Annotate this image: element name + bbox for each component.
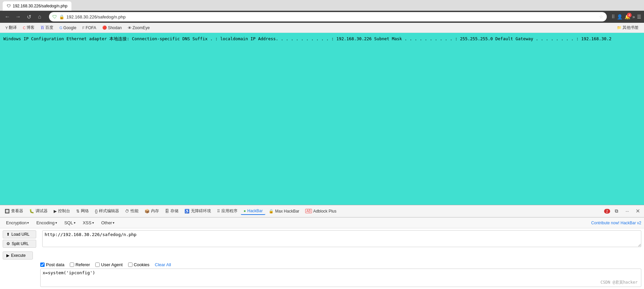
reload-button[interactable]: ↺ <box>24 12 34 21</box>
devtools-btn-console[interactable]: ▶ 控制台 <box>51 207 73 215</box>
hackbar-panel: Encryption ▾ Encoding ▾ SQL ▾ XSS ▾ Othe… <box>0 217 644 287</box>
sql-label: SQL <box>64 220 73 225</box>
more-pages-icon[interactable]: » <box>632 14 635 19</box>
bookmark-shodan[interactable]: 🔴 Shodan <box>100 25 124 31</box>
devtools-btn-style-editor[interactable]: {} 样式编辑器 <box>92 207 122 215</box>
bookmark-others[interactable]: 📁 其他书签 <box>614 24 641 31</box>
split-url-button[interactable]: ⚙ Split URL <box>3 240 36 248</box>
hackbar-menu-xss[interactable]: XSS ▾ <box>79 219 97 226</box>
hackbar-menu-sql[interactable]: SQL ▾ <box>61 219 79 226</box>
page-output-text: Windows IP Configuration Ethernet adapte… <box>3 36 641 42</box>
split-url-label: Split URL <box>12 241 29 246</box>
encryption-label: Encryption <box>6 220 26 225</box>
hackbar-url-input[interactable] <box>42 230 641 247</box>
devtools-btn-memory[interactable]: 📦 内存 <box>142 207 162 215</box>
hackbar-contribute-link[interactable]: Contribute now! HackBar v2 <box>591 221 641 225</box>
hackbar-post-data-text: x=system('ipconfig') <box>43 270 95 275</box>
xss-label: XSS <box>83 220 92 225</box>
other-arrow: ▾ <box>113 221 114 225</box>
accessibility-icon: ♿ <box>184 209 190 214</box>
execute-icon: ▶ <box>6 253 9 258</box>
devtools-btn-performance[interactable]: ⏱ 性能 <box>122 207 141 215</box>
devtools-btn-accessibility[interactable]: ♿ 无障碍环境 <box>182 207 214 215</box>
bookmark-google-label: Google <box>63 25 76 30</box>
devtools-toolbar: 🔲 查看器 🐛 调试器 ▶ 控制台 ⇅ 网络 {} 样式编辑器 ⏱ 性能 <box>0 205 644 217</box>
clear-all-button[interactable]: Clear All <box>155 262 171 267</box>
execute-button[interactable]: ▶ Execute <box>3 251 33 259</box>
cookies-checkbox-label[interactable]: Cookies <box>128 262 150 267</box>
style-icon: {} <box>95 209 98 214</box>
devtools-close-button[interactable]: ✕ <box>634 207 642 215</box>
other-label: Other <box>101 220 112 225</box>
application-icon: ⠿ <box>217 209 220 214</box>
devtools-more-button[interactable]: ··· <box>623 208 632 215</box>
load-url-icon: ⬆ <box>6 232 10 237</box>
browser-nav-bar: ← → ↺ ⌂ 🛡 🔒 192.168.30.226/safedog/n.php… <box>0 11 644 23</box>
bookmark-zoomeye-label: ZoomEye <box>132 25 150 30</box>
xss-arrow: ▾ <box>92 221 94 225</box>
nav-buttons: ← → ↺ ⌂ <box>3 12 44 21</box>
address-bar-text[interactable]: 192.168.30.226/safedog/n.php <box>66 14 597 19</box>
post-data-checkbox-label[interactable]: Post data <box>40 262 64 267</box>
bookmark-baidu[interactable]: 百 百度 <box>38 24 56 31</box>
hackbar-options-row: Post data Referer User Agent Cookies Cle… <box>0 261 644 269</box>
post-data-checkbox[interactable] <box>40 263 45 267</box>
load-url-button[interactable]: ⬆ Load URL <box>3 230 36 238</box>
encoding-arrow: ▾ <box>55 221 57 225</box>
devtools-btn-adblock[interactable]: AB Adblock Plus <box>303 208 339 215</box>
hackbar-menu-other[interactable]: Other ▾ <box>98 219 118 226</box>
cookies-checkbox[interactable] <box>128 263 132 267</box>
tab-title: 192.168.30.226/safedog/n.php <box>13 4 67 8</box>
notifications-icon[interactable]: 🔔4 <box>625 14 630 19</box>
tab-bar: 🛡 192.168.30.226/safedog/n.php <box>0 0 644 11</box>
user-agent-checkbox-label[interactable]: User Agent <box>95 262 122 267</box>
devtools-btn-max-hackbar[interactable]: 🔒 Max HackBar <box>266 208 302 215</box>
split-url-icon: ⚙ <box>6 241 10 246</box>
translate-icon: Y <box>5 26 8 30</box>
back-button[interactable]: ← <box>3 12 12 21</box>
bookmark-star-icon[interactable]: ☆ <box>599 14 603 19</box>
bookmark-blog[interactable]: C 博客 <box>20 24 37 31</box>
profile-icon[interactable]: 👤 <box>617 14 623 19</box>
user-agent-checkbox[interactable] <box>95 263 100 267</box>
hackbar-dot-icon: ● <box>244 209 246 213</box>
sql-arrow: ▾ <box>74 221 75 225</box>
devtools-btn-storage[interactable]: 🗄 存储 <box>162 207 181 215</box>
load-url-label: Load URL <box>11 232 30 237</box>
bookmark-translate[interactable]: Y 翻译 <box>3 24 19 31</box>
hackbar-menu-bar: Encryption ▾ Encoding ▾ SQL ▾ XSS ▾ Othe… <box>0 218 644 228</box>
hackbar-menu-encryption[interactable]: Encryption ▾ <box>3 219 32 226</box>
hackbar-url-area <box>42 230 641 248</box>
zoomeye-icon: 👁 <box>128 26 131 30</box>
baidu-icon: 百 <box>41 25 44 30</box>
hackbar-action-buttons: ⬆ Load URL ⚙ Split URL <box>3 230 40 248</box>
bookmark-zoomeye[interactable]: 👁 ZoomEye <box>125 25 152 31</box>
extensions-icon[interactable]: ⠿ <box>611 14 615 19</box>
address-bar-container: 🛡 🔒 192.168.30.226/safedog/n.php ☆ <box>49 12 607 21</box>
bookmark-fofa[interactable]: F FOFA <box>80 25 99 31</box>
hackbar-post-data-area[interactable]: x=system('ipconfig') CSDN @君莫hacker <box>40 269 641 287</box>
devtools-btn-network[interactable]: ⇅ 网络 <box>73 207 92 215</box>
menu-icon[interactable]: ☰ <box>637 14 641 19</box>
devtools-btn-hackbar[interactable]: ● HackBar <box>241 208 265 215</box>
active-tab[interactable]: 🛡 192.168.30.226/safedog/n.php <box>3 1 71 11</box>
debugger-icon: 🐛 <box>29 209 34 214</box>
encryption-arrow: ▾ <box>27 221 29 225</box>
page-content-area: Windows IP Configuration Ethernet adapte… <box>0 33 644 205</box>
home-button[interactable]: ⌂ <box>35 12 44 21</box>
devtools-btn-inspector[interactable]: 🔲 查看器 <box>2 207 26 215</box>
devtools-btn-application[interactable]: ⠿ 应用程序 <box>214 207 240 215</box>
bookmark-fofa-label: FOFA <box>86 25 96 30</box>
bookmark-google[interactable]: G Google <box>57 25 79 31</box>
referer-checkbox-label[interactable]: Referer <box>70 262 90 267</box>
hackbar-menu-encoding[interactable]: Encoding ▾ <box>33 219 60 226</box>
referer-checkbox[interactable] <box>70 263 74 267</box>
user-agent-label: User Agent <box>101 262 122 267</box>
forward-button[interactable]: → <box>13 12 23 21</box>
browser-actions: ⠿ 👤 🔔4 » ☰ <box>611 14 641 19</box>
bookmark-blog-label: 博客 <box>26 25 35 31</box>
dock-button[interactable]: ⧉ <box>612 207 621 215</box>
max-hackbar-icon: 🔒 <box>269 209 274 214</box>
error-count-badge: 2 <box>604 209 610 214</box>
devtools-btn-debugger[interactable]: 🐛 调试器 <box>26 207 50 215</box>
